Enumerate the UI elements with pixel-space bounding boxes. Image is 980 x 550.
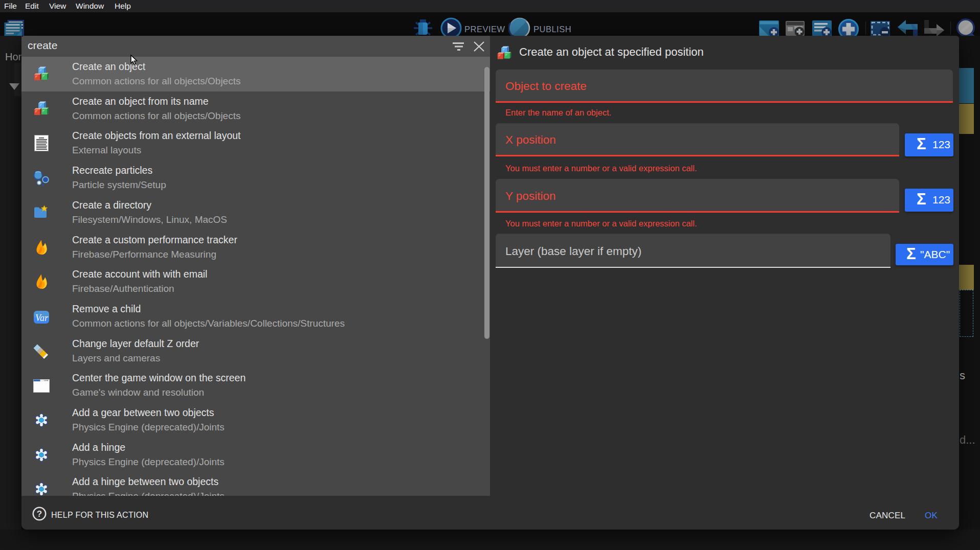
svg-text:Var: Var	[35, 313, 49, 323]
svg-text:?: ?	[37, 509, 42, 519]
